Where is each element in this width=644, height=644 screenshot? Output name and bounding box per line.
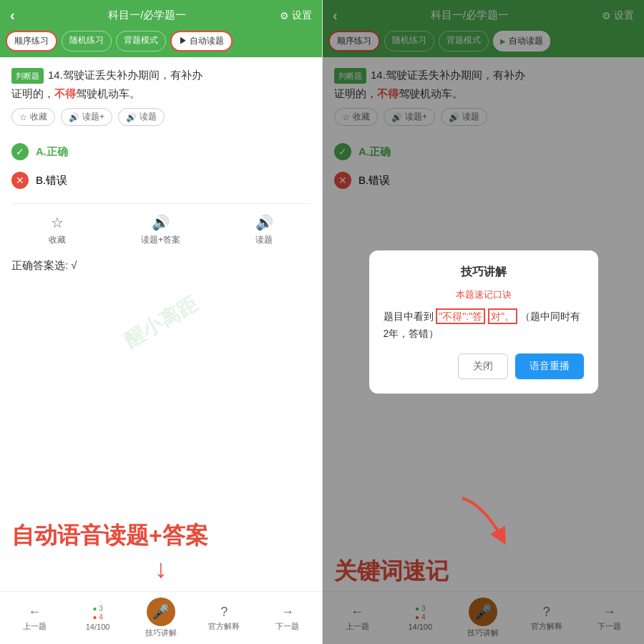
tab-random[interactable]: 随机练习 (62, 31, 112, 52)
answer-b[interactable]: ✕ B.错误 (11, 166, 311, 195)
skill-label: 技巧讲解 (145, 628, 177, 638)
answer-a-text: A.正确 (36, 145, 68, 159)
modal-highlight2: 对"。 (488, 308, 517, 324)
modal-body: 题目中看到 "不得":"答 对"。 （题中同时有2年，答错） (384, 308, 584, 343)
autoread-label: 自动读题 (190, 36, 224, 46)
tab-sequential[interactable]: 顺序练习 (6, 31, 57, 52)
speaker3-icon: 🔊 (255, 214, 273, 231)
speaker2-icon: 🔊 (152, 214, 170, 231)
left-settings[interactable]: ⚙ 设置 (280, 9, 312, 22)
score-display: ● 3 ● 4 14/100 (80, 605, 116, 631)
collect-star-icon: ☆ (51, 214, 64, 231)
speaker-plus-icon: 🔊 (69, 112, 79, 122)
left-big-label-area: 自动语音读题+答案 ↓ (0, 278, 322, 644)
modal-highlight1: "不得":"答 (436, 308, 485, 324)
left-question-area: 判断题14.驾驶证丢失补办期间，有补办 证明的，不得驾驶机动车。 (0, 57, 322, 102)
star-icon: ☆ (19, 112, 27, 122)
official-button[interactable]: ? 官方解释 (206, 605, 242, 632)
action-read-answer[interactable]: 🔊 读题+答案 (141, 214, 180, 246)
speaker-icon: 🔊 (126, 112, 137, 122)
left-action-row: ☆ 收藏 🔊 读题+ 🔊 读题 (0, 102, 322, 132)
read-plus-btn[interactable]: 🔊 读题+ (61, 108, 112, 126)
action-collect-label: 收藏 (49, 234, 66, 246)
left-big-label-text: 自动语音读题+答案 (11, 521, 311, 551)
modal-title: 技巧讲解 (384, 265, 584, 280)
play-icon: ▶ (179, 36, 187, 46)
next-label: 下一题 (275, 621, 299, 632)
answer-b-text: B.错误 (36, 174, 67, 187)
score-text: 14/100 (86, 623, 110, 631)
left-back-button[interactable]: ‹ (10, 7, 15, 24)
red-arrow-icon (455, 491, 512, 548)
correct-score: ● 3 (92, 605, 102, 613)
action-read[interactable]: 🔊 读题 (255, 214, 273, 246)
prev-label: 上一题 (23, 621, 47, 632)
read-btn[interactable]: 🔊 读题 (118, 108, 165, 126)
collect-btn[interactable]: ☆ 收藏 (11, 108, 55, 126)
tab-back[interactable]: 背题模式 (116, 31, 166, 52)
mic-button[interactable]: 🎤 技巧讲解 (143, 597, 179, 638)
action-read-label: 读题 (255, 234, 273, 246)
left-tabs: 顺序练习 随机练习 背题模式 ▶ 自动读题 (0, 31, 322, 57)
down-arrow-icon: ↓ (11, 551, 311, 587)
question-badge: 判断题 (11, 68, 44, 84)
read-plus-label: 读题+ (82, 111, 104, 123)
question-icon: ? (220, 605, 228, 620)
action-read-answer-label: 读题+答案 (141, 234, 180, 246)
collect-label: 收藏 (30, 111, 47, 123)
modal-subtitle: 本题速记口诀 (384, 288, 584, 301)
left-header: ‹ 科目一/必学题一 ⚙ 设置 (0, 0, 322, 31)
modal-replay-button[interactable]: 语音重播 (515, 353, 584, 379)
left-panel: ‹ 科目一/必学题一 ⚙ 设置 顺序练习 随机练习 背题模式 ▶ 自动读题 判断… (0, 0, 322, 644)
left-question-text: 判断题14.驾驶证丢失补办期间，有补办 (11, 66, 311, 84)
left-correct-answer: 正确答案选: √ (0, 253, 322, 278)
modal-body-prefix: 题目中看到 (384, 311, 434, 322)
settings-label: 设置 (292, 9, 312, 22)
next-icon: → (281, 605, 294, 620)
modal-overlay: 技巧讲解 本题速记口诀 题目中看到 "不得":"答 对"。 （题中同时有2年，答… (323, 0, 644, 644)
score-badges: ● 3 ● 4 (92, 605, 102, 621)
left-bottom-nav: ← 上一题 ● 3 ● 4 14/100 🎤 技巧讲解 ? 官方解释 → 下一题 (0, 591, 322, 644)
right-panel: ‹ 科目一/必学题一 ⚙ 设置 顺序练习 随机练习 背题模式 ▶ 自动读题 判断… (322, 0, 644, 644)
prev-button[interactable]: ← 上一题 (16, 605, 52, 632)
modal-footer: 关闭 语音重播 (384, 353, 584, 379)
left-question-line2: 证明的，不得驾驶机动车。 (11, 84, 311, 103)
next-button[interactable]: → 下一题 (270, 605, 306, 632)
correct-icon: ✓ (11, 143, 29, 160)
skill-modal: 技巧讲解 本题速记口诀 题目中看到 "不得":"答 对"。 （题中同时有2年，答… (369, 250, 598, 394)
tab-autoread[interactable]: ▶ 自动读题 (170, 31, 233, 52)
left-answers: ✓ A.正确 ✕ B.错误 (0, 132, 322, 200)
read-label: 读题 (140, 111, 157, 123)
prev-icon: ← (28, 605, 41, 620)
mic-icon: 🎤 (147, 597, 175, 626)
gear-icon: ⚙ (280, 10, 289, 21)
left-bottom-actions: ☆ 收藏 🔊 读题+答案 🔊 读题 (0, 207, 322, 253)
wrong-icon: ✕ (11, 172, 29, 189)
divider1 (11, 203, 311, 204)
answer-a[interactable]: ✓ A.正确 (11, 137, 311, 166)
official-label: 官方解释 (208, 621, 240, 632)
wrong-score: ● 4 (92, 613, 102, 621)
modal-close-button[interactable]: 关闭 (458, 353, 508, 379)
highlight-bude: 不得 (54, 87, 76, 99)
action-collect[interactable]: ☆ 收藏 (49, 214, 66, 246)
left-title: 科目一/必学题一 (108, 9, 186, 22)
